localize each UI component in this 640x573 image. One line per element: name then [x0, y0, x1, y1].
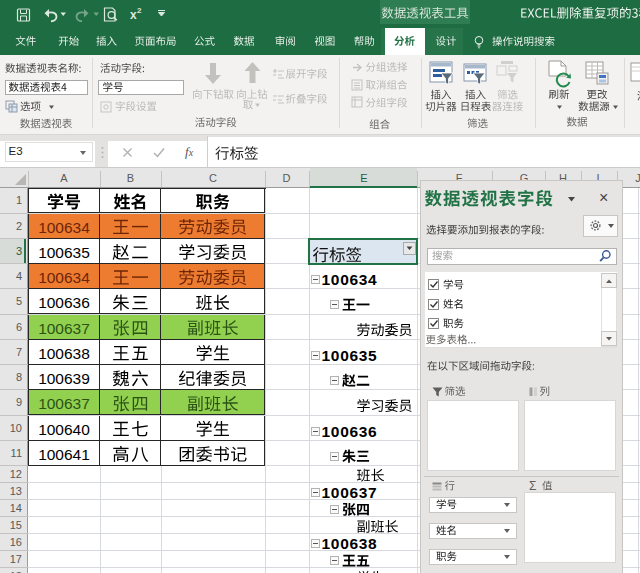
- svg-text:x: x: [130, 8, 137, 22]
- svg-text:2: 2: [137, 6, 142, 15]
